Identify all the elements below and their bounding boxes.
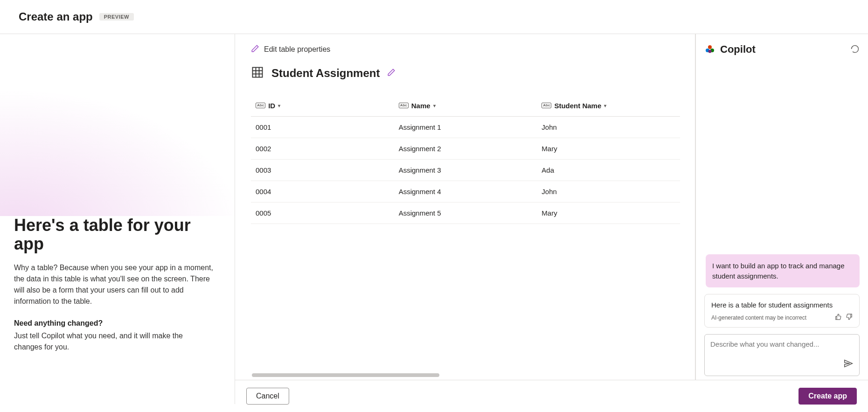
thumbs-up-icon[interactable] bbox=[835, 313, 841, 322]
svg-point-5 bbox=[708, 45, 712, 49]
copilot-title: Copilot bbox=[720, 43, 756, 56]
info-description: Why a table? Because when you see your a… bbox=[14, 262, 219, 307]
page-header: Create an app PREVIEW bbox=[0, 0, 868, 34]
copilot-panel: Copilot I want to build an app to track … bbox=[695, 34, 868, 404]
edit-table-name-icon[interactable] bbox=[387, 68, 396, 78]
edit-table-properties-link[interactable]: Edit table properties bbox=[235, 34, 695, 61]
text-type-icon: Abc bbox=[256, 103, 265, 108]
copilot-logo-icon bbox=[704, 44, 715, 55]
table-cell[interactable]: Mary bbox=[537, 202, 680, 223]
ai-disclaimer-inline: AI-generated content may be incorrect bbox=[711, 314, 806, 322]
cancel-button[interactable]: Cancel bbox=[246, 388, 289, 405]
data-table: AbcID▾ AbcName▾ AbcStudent Name▾ 0001Ass… bbox=[251, 93, 680, 224]
table-panel: Edit table properties Student Assignment… bbox=[235, 34, 695, 404]
page-title: Create an app bbox=[19, 10, 93, 23]
column-header-student-name[interactable]: AbcStudent Name▾ bbox=[537, 93, 680, 116]
create-app-button[interactable]: Create app bbox=[799, 388, 857, 405]
table-row[interactable]: 0002Assignment 2Mary bbox=[251, 138, 680, 159]
footer-bar: Cancel Create app bbox=[235, 380, 868, 412]
column-header-id[interactable]: AbcID▾ bbox=[251, 93, 394, 116]
chevron-down-icon: ▾ bbox=[278, 103, 280, 108]
table-cell[interactable]: Ada bbox=[537, 159, 680, 181]
table-icon bbox=[251, 66, 264, 80]
table-row[interactable]: 0004Assignment 4John bbox=[251, 181, 680, 202]
table-cell[interactable]: John bbox=[537, 116, 680, 138]
table-cell[interactable]: 0002 bbox=[251, 138, 394, 159]
text-type-icon: Abc bbox=[399, 103, 409, 108]
info-heading: Here's a table for your app bbox=[14, 216, 222, 253]
table-cell[interactable]: 0003 bbox=[251, 159, 394, 181]
table-cell[interactable]: John bbox=[537, 181, 680, 202]
send-icon[interactable] bbox=[843, 358, 854, 370]
text-type-icon: Abc bbox=[542, 103, 551, 108]
svg-point-8 bbox=[708, 50, 712, 53]
chevron-down-icon: ▾ bbox=[604, 103, 606, 108]
copilot-input[interactable] bbox=[710, 340, 837, 368]
table-cell[interactable]: Mary bbox=[537, 138, 680, 159]
pencil-icon bbox=[251, 44, 259, 55]
column-header-name[interactable]: AbcName▾ bbox=[394, 93, 537, 116]
table-cell[interactable]: 0004 bbox=[251, 181, 394, 202]
refresh-icon[interactable] bbox=[850, 44, 860, 55]
user-message: I want to build an app to track and mana… bbox=[706, 254, 860, 288]
assistant-message: Here is a table for student assignments … bbox=[704, 294, 860, 328]
table-cell[interactable]: 0005 bbox=[251, 202, 394, 223]
table-cell[interactable]: Assignment 5 bbox=[394, 202, 537, 223]
table-title: Student Assignment bbox=[271, 67, 380, 80]
thumbs-down-icon[interactable] bbox=[846, 313, 853, 322]
table-cell[interactable]: Assignment 1 bbox=[394, 116, 537, 138]
change-heading: Need anything changed? bbox=[14, 319, 222, 328]
assistant-message-text: Here is a table for student assignments bbox=[711, 300, 853, 310]
table-cell[interactable]: 0001 bbox=[251, 116, 394, 138]
table-cell[interactable]: Assignment 3 bbox=[394, 159, 537, 181]
preview-badge: PREVIEW bbox=[99, 13, 134, 21]
chevron-down-icon: ▾ bbox=[433, 103, 436, 108]
edit-table-properties-label: Edit table properties bbox=[264, 45, 330, 54]
table-cell[interactable]: Assignment 2 bbox=[394, 138, 537, 159]
horizontal-scrollbar[interactable] bbox=[252, 373, 439, 377]
table-row[interactable]: 0005Assignment 5Mary bbox=[251, 202, 680, 223]
change-description: Just tell Copilot what you need, and it … bbox=[14, 330, 210, 353]
copilot-input-box[interactable] bbox=[704, 334, 860, 376]
table-row[interactable]: 0001Assignment 1John bbox=[251, 116, 680, 138]
table-cell[interactable]: Assignment 4 bbox=[394, 181, 537, 202]
table-row[interactable]: 0003Assignment 3Ada bbox=[251, 159, 680, 181]
info-panel: Here's a table for your app Why a table?… bbox=[0, 34, 235, 404]
svg-rect-0 bbox=[253, 68, 263, 77]
